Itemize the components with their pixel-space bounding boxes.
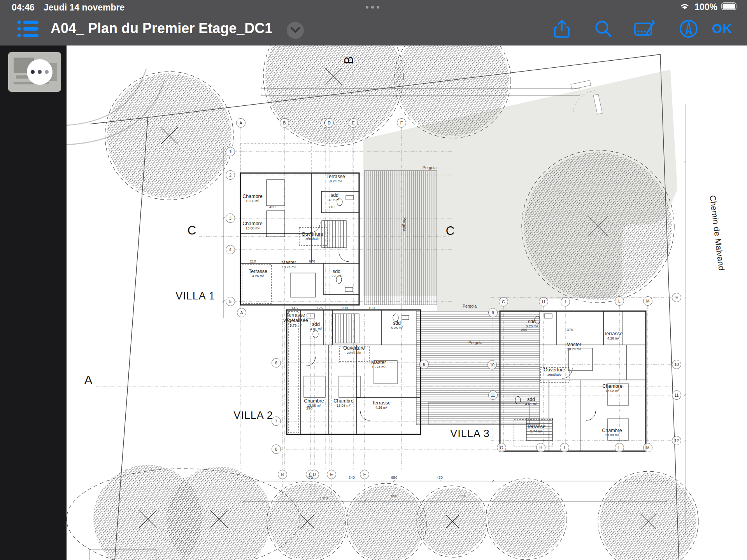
page-thumbnail[interactable] [8,52,61,92]
ok-button[interactable]: OK [712,21,733,36]
tree [486,479,567,560]
tree [417,486,488,557]
villa-2-walls [287,310,421,434]
battery-percent: 100% [694,2,717,12]
title-chevron-down-icon[interactable] [287,22,304,39]
tree [105,72,233,200]
markup-icon[interactable] [633,19,654,39]
tree [267,481,348,560]
search-icon[interactable] [593,19,613,39]
thumbnails-list-icon[interactable] [17,19,39,39]
plan-canvas[interactable]: VILLA 1VILLA 2VILLA 3CCABChemin de Malva… [67,46,747,560]
battery-icon [721,2,738,12]
tree [345,483,426,560]
status-date: Jeudi 14 novembre [44,2,124,13]
document-title[interactable]: A04_ Plan du Premier Etage_DC1 [51,20,272,37]
status-bar: 04:46 Jeudi 14 novembre 100% [0,0,747,13]
navigation-compass-icon[interactable] [679,19,699,39]
clock: 04:46 [12,2,35,13]
villa-1-walls [240,144,359,305]
tree [598,471,698,560]
thumbnails-sidebar [0,46,67,560]
share-icon[interactable] [552,19,572,39]
toolbar: A04_ Plan du Premier Etage_DC1 [0,13,747,46]
thumbnail-loading-indicator [27,59,53,85]
wifi-icon [679,2,691,12]
multitasking-dots-icon[interactable] [366,6,379,9]
